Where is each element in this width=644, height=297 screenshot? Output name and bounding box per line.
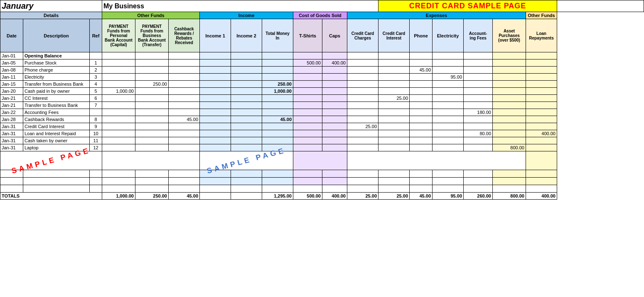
cell-pay-business [135,130,169,137]
cell-pay-personal [102,52,135,59]
cell-electricity [433,52,464,59]
date-col-header: Date [0,19,23,52]
cell-income1 [200,74,231,81]
column-headers: Date Description Ref PAYMENTFunds fromPe… [0,19,644,52]
electricity-col-header: Electricity [433,19,464,52]
cell-loan-repay [526,67,557,74]
income2-col-header: Income 2 [231,19,262,52]
business-title: My Business [102,0,379,12]
cell-phone [410,52,433,59]
cell-acct-fees [464,137,493,144]
cell-electricity [433,116,464,123]
cell-total-money [262,123,293,130]
totals-asset-purch: 800.00 [493,193,526,200]
cell-caps [322,109,347,116]
cell-cc-interest [379,74,410,81]
cell-phone [410,116,433,123]
cell-tshirts [293,88,322,95]
table-row: Jan-31 Cash taken by owner 11 [0,137,644,144]
cell-total-money [262,137,293,144]
cell-asset-purch [493,59,526,67]
cell-caps [322,74,347,81]
cell-electricity [433,81,464,88]
cell-acct-fees [464,88,493,95]
asset-purchases-col-header: AssetPurchases(over $500) [493,19,526,52]
cell-pay-business [135,59,169,67]
cell-electricity [433,88,464,95]
cell-pay-personal [102,102,135,109]
cell-date: Jan-31 [0,123,23,130]
cell-income1 [200,67,231,74]
cell-phone [410,130,433,137]
cell-cashback [169,67,200,74]
cell-asset-purch [493,95,526,102]
cell-ref: 10 [90,130,102,137]
totals-income1 [200,193,231,200]
cell-electricity: 95.00 [433,74,464,81]
ref-col-header: Ref [90,19,102,52]
totals-total-money: 1,295.00 [262,193,293,200]
cell-phone: 45.00 [410,67,433,74]
phone-col-header: Phone [410,19,433,52]
acct-fees-col-header: Account-ing Fees [464,19,493,52]
cell-acct-fees [464,95,493,102]
cell-income1 [200,102,231,109]
totals-pay-personal: 1,000.00 [102,193,135,200]
cell-asset-purch [493,123,526,130]
cell-cashback [169,59,200,67]
cell-desc: Cash taken by owner [23,137,90,144]
cell-income2 [231,74,262,81]
cell-cc-interest [379,88,410,95]
payment-personal-col-header: PAYMENTFunds fromPersonalBank Account(Ca… [102,19,135,52]
cell-income2 [231,102,262,109]
cell-ref: 4 [90,81,102,88]
expenses-header: Expenses [347,12,526,19]
cell-asset-purch: 800.00 [493,144,526,151]
cell-caps [322,67,347,74]
cell-cashback [169,88,200,95]
table-row: Jan-20 Cash paid in by owner 5 1,000.00 … [0,88,644,95]
totals-tshirts: 500.00 [293,193,322,200]
cell-income2 [231,52,262,59]
cell-income1 [200,81,231,88]
cell-ref: 8 [90,116,102,123]
cell-electricity [433,95,464,102]
cell-desc: Cash paid in by owner [23,88,90,95]
cell-cc-interest [379,130,410,137]
cell-loan-repay [526,95,557,102]
table-row: Jan-11 Electricity 3 95.00 [0,74,644,81]
section-headers: Details Other Funds Income Cost of Goods… [0,12,644,19]
totals-acct-fees: 260.00 [464,193,493,200]
cell-desc: Credit Card Interest [23,123,90,130]
totals-electricity: 95.00 [433,193,464,200]
sample-page-left: SAMPLE PAGE [0,151,102,170]
cell-desc: Purchase Stock [23,59,90,67]
cell-phone [410,109,433,116]
cell-desc: CC Interest [23,95,90,102]
cell-desc: Accounting Fees [23,109,90,116]
cell-electricity [433,137,464,144]
table-row: Jan-31 Credit Card Interest 9 25.00 [0,123,644,130]
table-row: Jan-05 Purchase Stock 1 500.00 400.00 [0,59,644,67]
cell-cc-interest [379,102,410,109]
cell-tshirts: 500.00 [293,59,322,67]
cell-cashback [169,137,200,144]
cell-pay-personal [102,74,135,81]
cell-pay-personal [102,67,135,74]
cell-income2 [231,144,262,151]
cell-date: Jan-31 [0,144,23,151]
table-row: Jan-31 Loan and Interest Repaid 10 80.00… [0,130,644,137]
cell-pay-personal [102,116,135,123]
empty-row [0,170,644,178]
cell-desc: Opening Balance [23,52,90,59]
cell-acct-fees [464,74,493,81]
cell-income2 [231,59,262,67]
cell-caps [322,95,347,102]
cell-caps [322,144,347,151]
cell-tshirts [293,95,322,102]
cell-phone [410,95,433,102]
cell-total-money [262,130,293,137]
cell-cashback [169,123,200,130]
cell-desc: Electricity [23,74,90,81]
cell-loan-repay: 400.00 [526,130,557,137]
